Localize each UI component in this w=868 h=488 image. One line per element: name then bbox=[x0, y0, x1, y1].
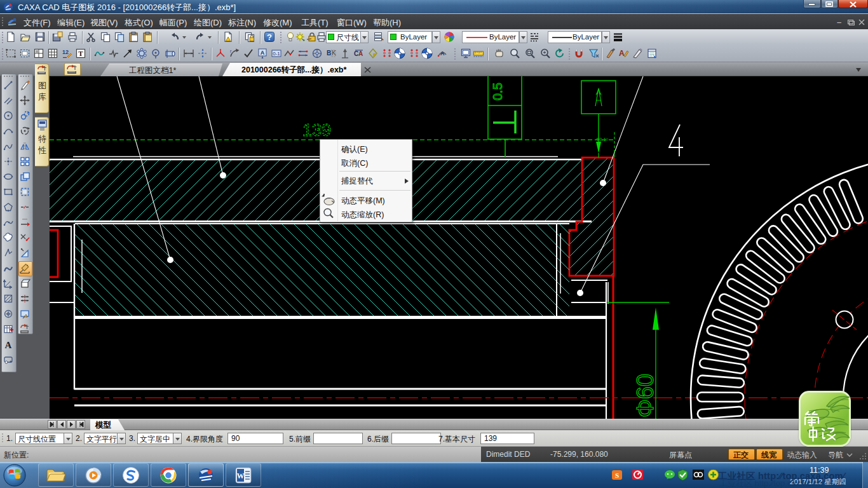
svg-text:S: S bbox=[615, 471, 619, 479]
svg-text:T: T bbox=[78, 50, 83, 57]
svg-text:Φ0.1=: Φ0.1= bbox=[596, 137, 608, 142]
svg-text:r: r bbox=[230, 49, 232, 53]
svg-text:0-1: 0-1 bbox=[273, 51, 280, 57]
svg-text:0.5: 0.5 bbox=[491, 83, 505, 100]
svg-text:?: ? bbox=[267, 32, 272, 42]
svg-text:A: A bbox=[619, 49, 625, 58]
svg-text:K: K bbox=[332, 50, 336, 57]
svg-text:Φ60: Φ60 bbox=[632, 374, 658, 417]
svg-text:A: A bbox=[358, 50, 363, 57]
svg-text:12: 12 bbox=[62, 49, 69, 55]
svg-text:B: B bbox=[327, 50, 331, 57]
svg-text:A: A bbox=[261, 50, 265, 56]
svg-text:A: A bbox=[5, 340, 12, 350]
svg-text:A: A bbox=[440, 50, 445, 57]
svg-text:139: 139 bbox=[302, 121, 331, 140]
svg-text:W: W bbox=[237, 471, 245, 480]
